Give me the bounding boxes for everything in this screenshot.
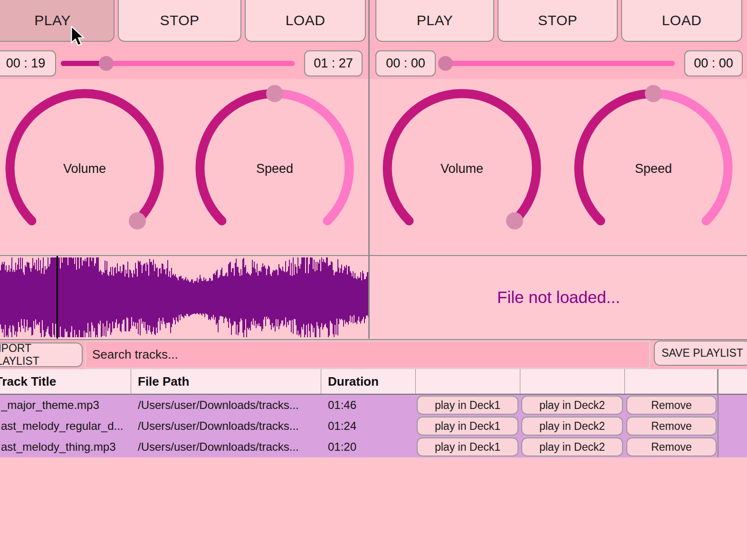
play-in-deck2-button[interactable]: play in Deck2 [521, 396, 623, 415]
deck2-seek-track[interactable] [441, 61, 675, 66]
deck1-load-button[interactable]: LOAD [245, 0, 366, 42]
column-header-path: File Path [131, 369, 321, 394]
playlist-rows: _major_theme.mp3 /Users/user/Downloads/t… [0, 395, 747, 457]
column-header-duration: Duration [321, 369, 416, 394]
deck2-speed-label: Speed [568, 161, 739, 176]
deck1-volume-label: Volume [0, 161, 170, 176]
import-playlist-button[interactable]: IMPORT PLAYLIST [0, 342, 83, 367]
column-header-title: Track Title [0, 369, 131, 394]
deck1-waveform-display[interactable] [0, 256, 368, 339]
waveform-divider [368, 256, 370, 339]
remove-button[interactable]: Remove [626, 437, 717, 456]
column-header-remove [625, 369, 718, 394]
play-in-deck2-button[interactable]: play in Deck2 [521, 437, 623, 456]
deck1-volume-knob[interactable]: Volume [0, 83, 170, 254]
remove-button[interactable]: Remove [626, 417, 717, 436]
deck1-speed-knob[interactable]: Speed [189, 83, 360, 254]
deck1-time-total: 01 : 27 [304, 50, 363, 76]
play-in-deck1-button[interactable]: play in Deck1 [417, 437, 518, 456]
track-title: ast_melody_regular_d... [1, 416, 130, 437]
track-path: /Users/user/Downloads/tracks... [138, 437, 320, 457]
deck1-seek-slider[interactable] [61, 50, 295, 76]
deck2-speed-knob[interactable]: Speed [568, 83, 739, 254]
dj-app-window: PLAY STOP LOAD 00 : 19 01 : 27 Volume Sp… [0, 0, 747, 560]
table-row: ast_melody_thing.mp3 /Users/user/Downloa… [0, 437, 747, 457]
deck2-seek-thumb[interactable] [438, 56, 453, 71]
deck1-waveform [0, 256, 368, 339]
deck2-time-current: 00 : 00 [375, 50, 436, 76]
remove-button[interactable]: Remove [626, 396, 717, 415]
playlist-header: Track Title File Path Duration [0, 369, 747, 395]
deck1-stop-button[interactable]: STOP [118, 0, 241, 42]
play-in-deck2-button[interactable]: play in Deck2 [521, 417, 623, 436]
deck1-seek-thumb[interactable] [99, 56, 114, 71]
deck1-seek-track[interactable] [61, 61, 295, 66]
deck1-volume-thumb[interactable] [129, 212, 146, 229]
deck1-time-current: 00 : 19 [0, 50, 56, 76]
deck2-volume-knob[interactable]: Volume [376, 83, 547, 254]
waveform-strip: File not loaded... [0, 255, 747, 340]
track-duration: 01:20 [328, 437, 413, 457]
play-in-deck1-button[interactable]: play in Deck1 [417, 396, 518, 415]
deck1-playhead[interactable] [57, 256, 58, 339]
track-title: ast_melody_thing.mp3 [1, 437, 130, 457]
deck2-stop-button[interactable]: STOP [498, 0, 618, 42]
track-path: /Users/user/Downloads/tracks... [138, 395, 320, 416]
track-duration: 01:24 [328, 416, 413, 437]
track-title: _major_theme.mp3 [1, 395, 130, 416]
playlist-toolbar: IMPORT PLAYLIST SAVE PLAYLIST [0, 340, 747, 369]
column-separator [718, 369, 718, 457]
deck2-play-button[interactable]: PLAY [375, 0, 494, 42]
track-path: /Users/user/Downloads/tracks... [138, 416, 320, 437]
deck2-volume-label: Volume [376, 161, 547, 176]
deck1-play-button[interactable]: PLAY [0, 0, 115, 42]
empty-area [0, 457, 747, 560]
deck2-time-total: 00 : 00 [684, 50, 743, 76]
deck1-speed-label: Speed [189, 161, 360, 176]
table-row: _major_theme.mp3 /Users/user/Downloads/t… [0, 395, 747, 416]
deck2-speed-thumb[interactable] [645, 85, 662, 102]
column-header-deck2 [520, 369, 625, 394]
play-in-deck1-button[interactable]: play in Deck1 [417, 417, 518, 436]
track-duration: 01:46 [328, 395, 413, 416]
deck2-seek-slider[interactable] [441, 50, 675, 76]
save-playlist-button[interactable]: SAVE PLAYLIST [654, 341, 747, 366]
deck2-empty-message: File not loaded... [370, 256, 747, 339]
deck2-load-button[interactable]: LOAD [621, 0, 742, 42]
deck1-speed-thumb[interactable] [266, 85, 283, 102]
search-input[interactable] [85, 341, 650, 369]
deck2-volume-thumb[interactable] [506, 212, 523, 229]
column-header-deck1 [416, 369, 520, 394]
table-row: ast_melody_regular_d... /Users/user/Down… [0, 416, 747, 437]
